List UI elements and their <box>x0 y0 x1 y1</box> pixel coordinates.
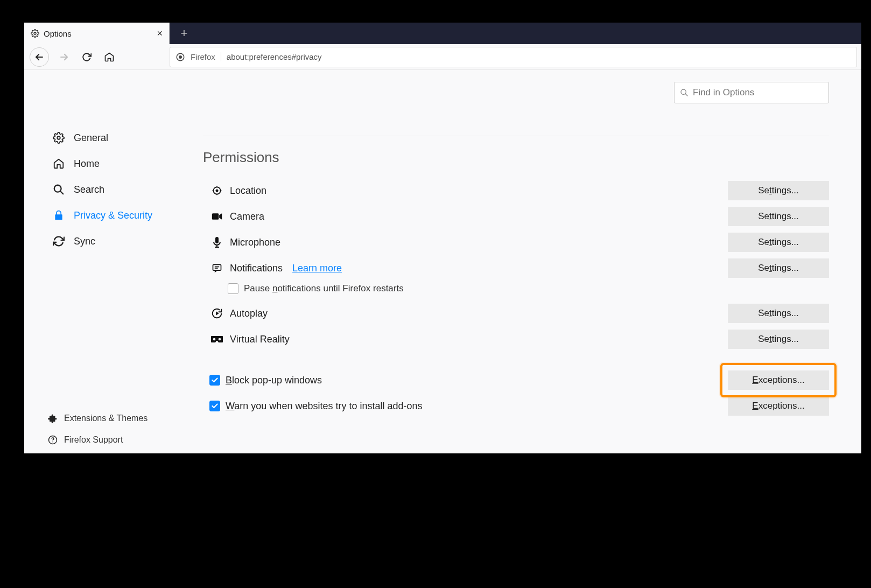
sidebar-support[interactable]: Firefox Support <box>48 431 147 449</box>
home-icon <box>52 158 65 170</box>
vr-icon <box>209 335 224 343</box>
tab-options[interactable]: Options × <box>24 23 170 44</box>
sidebar-item-sync[interactable]: Sync <box>48 228 196 254</box>
pause-notifications-checkbox[interactable] <box>228 283 238 294</box>
back-button[interactable] <box>30 47 49 67</box>
puzzle-icon <box>48 414 58 423</box>
settings-button-autoplay[interactable]: Settings... <box>728 304 829 323</box>
sidebar-item-label: Home <box>74 158 100 170</box>
svg-rect-23 <box>213 264 221 270</box>
block-popups-label: Block pop-up windows <box>226 375 322 386</box>
lock-icon <box>52 210 65 221</box>
help-icon <box>48 435 58 445</box>
section-title: Permissions <box>203 149 861 166</box>
svg-point-5 <box>57 136 60 139</box>
svg-rect-20 <box>215 237 219 243</box>
svg-point-27 <box>213 338 216 341</box>
svg-point-4 <box>179 55 182 59</box>
permission-row-camera: Camera Settings... <box>196 204 861 229</box>
svg-point-28 <box>219 338 221 341</box>
gear-icon <box>52 132 65 144</box>
sidebar-item-search[interactable]: Search <box>48 177 196 202</box>
firefox-icon <box>175 52 185 62</box>
reload-button[interactable] <box>79 50 94 65</box>
location-icon <box>209 185 224 196</box>
forward-button[interactable] <box>57 50 72 65</box>
permission-row-addons: Warn you when websites try to install ad… <box>196 393 861 419</box>
sidebar-item-privacy[interactable]: Privacy & Security <box>48 202 196 228</box>
settings-button-location[interactable]: Settings... <box>728 181 829 200</box>
new-tab-button[interactable]: + <box>170 23 199 44</box>
camera-icon <box>209 212 224 221</box>
content-area: General Home Search Privacy & Security <box>24 70 861 453</box>
svg-point-9 <box>52 442 53 443</box>
exceptions-button-popups[interactable]: Exceptions... <box>728 370 829 390</box>
sidebar-item-label: Sync <box>74 236 95 247</box>
tab-strip: Options × + <box>24 23 861 44</box>
sidebar-item-label: General <box>74 132 108 144</box>
permission-label: Virtual Reality <box>230 334 290 345</box>
toolbar: Firefox about:preferences#privacy <box>24 44 861 70</box>
permission-row-popups: Block pop-up windows Exceptions... <box>196 367 861 393</box>
block-popups-checkbox[interactable] <box>209 375 220 386</box>
sidebar-item-label: Privacy & Security <box>74 210 152 221</box>
settings-button-microphone[interactable]: Settings... <box>728 233 829 252</box>
microphone-icon <box>209 236 224 248</box>
sidebar: General Home Search Privacy & Security <box>24 70 196 453</box>
exceptions-button-addons[interactable]: Exceptions... <box>728 396 829 416</box>
sidebar-item-label: Search <box>74 184 104 195</box>
warn-addons-label: Warn you when websites try to install ad… <box>226 401 423 412</box>
home-button[interactable] <box>102 50 117 65</box>
permission-label: Location <box>230 185 266 197</box>
permission-row-microphone: Microphone Settings... <box>196 229 861 255</box>
sidebar-item-home[interactable]: Home <box>48 151 196 177</box>
svg-point-0 <box>34 32 36 34</box>
settings-button-notifications[interactable]: Settings... <box>728 258 829 278</box>
permission-row-vr: Virtual Reality Settings... <box>196 326 861 352</box>
pause-notifications-row: Pause notifications until Firefox restar… <box>196 281 861 300</box>
search-icon <box>52 184 65 195</box>
url-identity: Firefox <box>191 52 221 61</box>
settings-button-vr[interactable]: Settings... <box>728 330 829 349</box>
close-tab-icon[interactable]: × <box>157 28 163 39</box>
svg-marker-19 <box>219 213 222 220</box>
permission-label: Notifications <box>230 263 283 274</box>
search-icon <box>680 88 689 97</box>
permission-row-autoplay: Autoplay Settings... <box>196 300 861 326</box>
svg-rect-18 <box>212 213 219 220</box>
permission-label: Microphone <box>230 237 280 248</box>
permission-row-notifications: Notifications Learn more Settings... <box>196 255 861 281</box>
autoplay-icon <box>209 307 224 319</box>
permission-label: Camera <box>230 211 264 222</box>
search-placeholder: Find in Options <box>693 87 754 98</box>
pause-notifications-label: Pause notifications until Firefox restar… <box>244 283 404 294</box>
permission-row-location: Location Settings... <box>196 178 861 204</box>
gear-icon <box>31 29 39 38</box>
sidebar-item-general[interactable]: General <box>48 125 196 151</box>
tab-label: Options <box>44 29 152 38</box>
sync-icon <box>52 235 65 247</box>
notifications-icon <box>209 263 224 274</box>
sidebar-extensions[interactable]: Extensions & Themes <box>48 409 147 428</box>
main-pane: Find in Options Permissions Location Set… <box>196 70 861 453</box>
sidebar-bottom-label: Firefox Support <box>64 435 123 445</box>
sidebar-bottom-label: Extensions & Themes <box>64 414 147 423</box>
search-input[interactable]: Find in Options <box>674 82 829 103</box>
svg-point-12 <box>216 190 219 192</box>
url-text: about:preferences#privacy <box>227 52 322 61</box>
permission-label: Autoplay <box>230 308 268 319</box>
svg-line-7 <box>60 191 64 194</box>
browser-window: Options × + Firefox about:prefere <box>24 23 861 453</box>
url-bar[interactable]: Firefox about:preferences#privacy <box>170 47 857 67</box>
settings-button-camera[interactable]: Settings... <box>728 207 829 226</box>
svg-line-11 <box>685 94 687 96</box>
learn-more-link[interactable]: Learn more <box>292 263 342 274</box>
section-divider <box>203 136 829 136</box>
warn-addons-checkbox[interactable] <box>209 401 220 411</box>
